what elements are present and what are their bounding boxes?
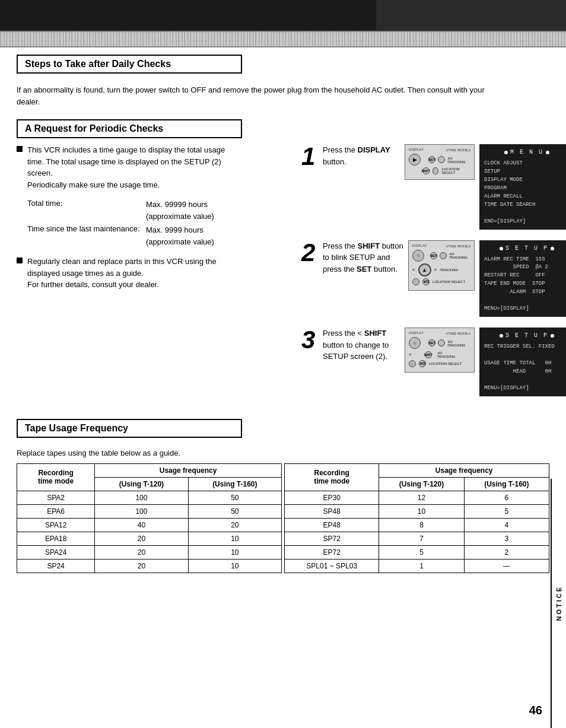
screen-dot-left-3 <box>500 334 503 338</box>
vcr2-display-label: DISPLAY <box>412 244 427 248</box>
t160-cell: 20 <box>188 518 281 532</box>
freq-table-wrap: Recordingtime mode Usage frequency (Usin… <box>17 463 549 573</box>
bullet2-l3: For further details, consult your dealer… <box>27 280 159 289</box>
mode-cell: EP48 <box>285 518 379 532</box>
main-content: Steps to Take after Daily Checks If an a… <box>0 47 566 593</box>
step-2-screen-header: S E T U P <box>484 244 566 253</box>
bullet2-l1: Regularly clean and replace parts in thi… <box>27 257 217 266</box>
vcr-3-btn-row1: ○ SET ∧OTRACKING <box>409 337 470 349</box>
vcr-display-btn: ▶ <box>409 154 421 166</box>
vcr3-display-label: DISPLAY <box>409 331 424 335</box>
vcr-loc-btn <box>433 167 439 174</box>
daily-checks-body: If an abnormality is found, turn the pow… <box>17 84 503 107</box>
top-bar-accent <box>376 0 566 31</box>
vcr-tracking-label: ∧OTRACKING <box>447 156 466 164</box>
bullet-square-2 <box>17 257 23 263</box>
daily-checks-header: Steps to Take after Daily Checks <box>17 55 242 74</box>
tape-usage-header: Tape Usage Frequency <box>17 419 242 438</box>
vcr-timemode-label: ∨TIME MODE∧ <box>446 148 470 152</box>
bullet1-l4: Periodically make sure the usage time. <box>27 180 160 189</box>
right-t120-header: (Using T-120) <box>379 477 464 491</box>
right-t160-header: (Using T-160) <box>464 477 549 491</box>
step-1-screen: M E N U CLOCK ADJUST SETUP DISPLAY MODE … <box>479 144 566 230</box>
periodic-body: This VCR includes a time gauge to displa… <box>17 144 549 407</box>
vcr2-display-btn: ○ <box>412 250 424 262</box>
bullet-2: Regularly clean and replace parts in thi… <box>17 256 284 291</box>
vcr2-loc-btn: ∨O <box>422 278 430 285</box>
t120-cell: 20 <box>95 532 188 545</box>
since-maint-val1: Max. 9999 hours <box>146 225 203 234</box>
step-3-desc: Press the < SHIFTbutton to change toSETU… <box>323 328 400 363</box>
bullet-square-1 <box>17 146 23 152</box>
vcr-2-btn-row2: < ▲ > TRACKING <box>412 263 470 276</box>
left-col1-header: Recordingtime mode <box>17 463 95 491</box>
total-time-label: Total time: <box>27 199 146 222</box>
vcr2-lt-label: < <box>412 267 415 272</box>
vcr-set-btn: SET <box>428 156 435 163</box>
table-row: SP24 20 10 <box>17 559 282 573</box>
t160-cell: 10 <box>188 545 281 559</box>
vcr3-circle-mid <box>438 339 445 346</box>
step-1-desc: Press the DISPLAYbutton. <box>323 144 400 167</box>
bullet-1: This VCR includes a time gauge to displa… <box>17 144 284 190</box>
t120-cell: 10 <box>379 504 464 518</box>
right-usage-header: Usage frequency <box>379 463 549 477</box>
vcr-3-btn-row3: ↑ ∨O LOCATION SELECT <box>409 360 470 367</box>
vcr3-loc-btn: ∨O <box>419 360 426 367</box>
vcr-3-top-labels: DISPLAY ∨TIME MODE∧ <box>409 331 470 335</box>
tape-usage-section: Tape Usage Frequency Replace tapes using… <box>17 419 549 573</box>
mode-cell: SPA24 <box>17 545 95 559</box>
freq-table-right: Recordingtime mode Usage frequency (Usin… <box>284 463 549 573</box>
vcr-1-top-labels: DISPLAY ∨TIME MODE∧ <box>409 148 470 152</box>
t120-cell: 40 <box>95 518 188 532</box>
periodic-checks-header: A Request for Periodic Checks <box>17 119 242 138</box>
bullet1-l3: screen. <box>27 169 53 177</box>
total-time-row: Total time: Max. 99999 hours (approximat… <box>27 199 284 222</box>
t120-cell: 20 <box>95 559 188 573</box>
left-t120-header: (Using T-120) <box>95 477 188 491</box>
top-bar <box>0 0 566 31</box>
t160-cell: 2 <box>464 545 549 559</box>
vcr-2-top-labels: DISPLAY ∨TIME MODE∧ <box>412 244 470 248</box>
t160-cell: 10 <box>188 559 281 573</box>
screen-dot-left-2 <box>500 247 503 250</box>
bullet2-l2: displayed usage times as a guide. <box>27 269 144 278</box>
step-1-screen-title: M E N U <box>510 148 543 157</box>
vcr3-tracking2: ∧OTRACKING <box>437 351 456 358</box>
vcr-1-btn-row2: SHIFT LOCATION SELECT <box>409 167 470 174</box>
screen-dot-left-1 <box>504 151 508 154</box>
table-row: EP30 12 6 <box>285 491 549 504</box>
t120-cell: 100 <box>95 504 188 518</box>
t120-cell: 8 <box>379 518 464 532</box>
vcr2-set-btn: SET <box>430 252 437 259</box>
vcr-1-btn-row1: ▶ SET ∧OTRACKING <box>409 154 470 166</box>
left-t160-header: (Using T-160) <box>188 477 281 491</box>
t160-cell: 5 <box>464 504 549 518</box>
step-3-row: 3 Press the < SHIFTbutton to change toSE… <box>301 328 566 396</box>
daily-checks-section: Steps to Take after Daily Checks If an a… <box>17 55 549 107</box>
vcr3-display-btn: ○ <box>409 337 421 349</box>
t160-cell: 50 <box>188 491 281 504</box>
since-maint-values: Max. 9999 hours (approximate value) <box>146 224 214 247</box>
mode-cell: EPA6 <box>17 504 95 518</box>
vcr2-jog: ▲ <box>418 263 431 276</box>
step-2-vcr-diagram: DISPLAY ∨TIME MODE∧ ○ SET ∧OTRACKING <box>408 240 475 291</box>
vcr-2-btn-row3: ↑ ∨O LOCATION SELECT <box>412 278 470 285</box>
step-3-screen-content: REC TRIGGER SEL. FIXED USAGE TIME TOTAL … <box>484 343 566 393</box>
t120-cell: 20 <box>95 545 188 559</box>
bullet-2-text: Regularly clean and replace parts in thi… <box>27 256 217 291</box>
texture-bar <box>0 31 566 47</box>
step-3-screen: S E T U P REC TRIGGER SEL. FIXED USAGE T… <box>479 328 566 396</box>
vcr3-lt-label: < <box>409 352 412 357</box>
page: Steps to Take after Daily Checks If an a… <box>0 0 566 728</box>
mode-cell: SP24 <box>17 559 95 573</box>
step-1-number: 1 <box>301 144 318 169</box>
screen-dot-right-3 <box>551 334 554 338</box>
total-time-val1: Max. 99999 hours <box>146 200 208 209</box>
step-1-screen-content: CLOCK ADJUST SETUP DISPLAY MODE PROGRAM … <box>484 160 566 226</box>
t160-cell: — <box>464 559 549 573</box>
mode-cell: EP72 <box>285 545 379 559</box>
t120-cell: 100 <box>95 491 188 504</box>
vcr-display-label: DISPLAY <box>409 148 424 152</box>
table-row: EPA6 100 50 <box>17 504 282 518</box>
